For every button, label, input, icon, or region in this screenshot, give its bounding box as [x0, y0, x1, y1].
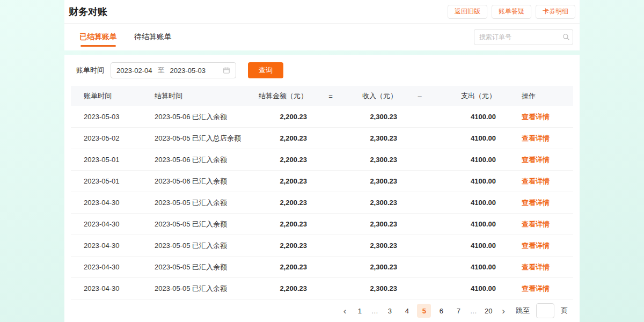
- bill-date-cell: 2023-04-30: [71, 241, 151, 250]
- settle-amount-cell: 2,200.23: [259, 113, 307, 121]
- view-detail-link[interactable]: 查看详情: [522, 134, 550, 142]
- column-header-settle-time: 结算时间: [151, 91, 259, 101]
- page-button-3[interactable]: 3: [383, 304, 397, 318]
- page-ellipsis: …: [370, 307, 379, 315]
- tab-unsettled-bills-label: 待结算账单: [134, 32, 172, 42]
- table-row: 2023-04-30 2023-05-05 已汇入余额 2,200.23 2,3…: [71, 278, 573, 299]
- income-cell: 2,300.23: [354, 241, 397, 250]
- settle-amount-cell: 2,200.23: [259, 241, 307, 250]
- tab-bar: 已结算账单 待结算账单: [64, 24, 580, 50]
- filter-row: 账单时间 2023-02-04 至 2023-05-03 查询: [71, 62, 573, 78]
- table-row: 2023-05-02 2023-05-05 已汇入总店余额 2,200.23 2…: [71, 128, 573, 149]
- column-header-equals-sign: =: [307, 92, 354, 100]
- settle-amount-cell: 2,200.23: [259, 134, 307, 142]
- expense-cell: 4100.00: [442, 263, 496, 271]
- card-coupon-detail-button[interactable]: 卡券明细: [536, 5, 575, 19]
- settle-time-cell: 2023-05-06 已汇入余额: [151, 177, 259, 186]
- jump-page-input[interactable]: [536, 303, 554, 318]
- table-row: 2023-04-30 2023-05-05 已汇入余额 2,200.23 2,3…: [71, 214, 573, 235]
- table-row: 2023-05-01 2023-05-06 已汇入余额 2,200.23 2,3…: [71, 149, 573, 171]
- search-input[interactable]: [479, 33, 562, 41]
- page-button-7[interactable]: 7: [451, 304, 465, 318]
- expense-cell: 4100.00: [442, 134, 496, 142]
- income-cell: 2,300.23: [354, 156, 397, 164]
- tab-settled-bills[interactable]: 已结算账单: [79, 24, 117, 50]
- page-unit-label: 页: [561, 306, 568, 316]
- calendar-icon: [223, 67, 230, 74]
- column-header-actions: 操作: [496, 91, 573, 101]
- page-button-4[interactable]: 4: [400, 304, 414, 318]
- income-cell: 2,300.23: [354, 134, 397, 142]
- bill-date-cell: 2023-05-03: [71, 113, 151, 121]
- tab-unsettled-bills[interactable]: 待结算账单: [134, 24, 172, 50]
- tab-settled-bills-label: 已结算账单: [79, 32, 117, 42]
- page-list: 1…34567…20: [353, 304, 495, 318]
- expense-cell: 4100.00: [442, 177, 496, 185]
- expense-cell: 4100.00: [442, 220, 496, 228]
- page-button-1[interactable]: 1: [353, 304, 367, 318]
- settle-time-cell: 2023-05-06 已汇入余额: [151, 112, 259, 122]
- table-row: 2023-05-03 2023-05-06 已汇入余额 2,200.23 2,3…: [71, 106, 573, 128]
- bill-date-cell: 2023-05-01: [71, 177, 151, 185]
- query-button[interactable]: 查询: [248, 62, 283, 78]
- view-detail-link[interactable]: 查看详情: [522, 241, 550, 250]
- income-cell: 2,300.23: [354, 263, 397, 271]
- search-icon[interactable]: [562, 33, 570, 41]
- view-detail-link[interactable]: 查看详情: [522, 263, 550, 271]
- bill-date-cell: 2023-04-30: [71, 199, 151, 207]
- tabs: 已结算账单 待结算账单: [79, 24, 172, 50]
- date-range-picker[interactable]: 2023-02-04 至 2023-05-03: [111, 62, 236, 78]
- settle-amount-cell: 2,200.23: [259, 284, 307, 292]
- bill-date-cell: 2023-05-01: [71, 156, 151, 164]
- header-actions: 返回旧版 账单答疑 卡券明细: [448, 5, 575, 19]
- header: 财务对账 返回旧版 账单答疑 卡券明细: [64, 0, 580, 24]
- view-detail-link[interactable]: 查看详情: [522, 177, 550, 185]
- view-detail-link[interactable]: 查看详情: [522, 284, 550, 292]
- next-page-button[interactable]: ›: [499, 306, 508, 316]
- settled-bills-panel: 账单时间 2023-02-04 至 2023-05-03 查询 账单时间: [64, 55, 580, 322]
- bills-table: 账单时间 结算时间 结算金额（元） = 收入（元） – 支出（元） 操作 202…: [71, 86, 573, 299]
- income-cell: 2,300.23: [354, 220, 397, 228]
- bill-date-cell: 2023-04-30: [71, 263, 151, 271]
- settle-amount-cell: 2,200.23: [259, 156, 307, 164]
- income-cell: 2,300.23: [354, 284, 397, 292]
- page-button-20[interactable]: 20: [481, 304, 495, 318]
- settle-time-cell: 2023-05-05 已汇入总店余额: [151, 134, 259, 143]
- expense-cell: 4100.00: [442, 156, 496, 164]
- table-row: 2023-04-30 2023-05-05 已汇入余额 2,200.23 2,3…: [71, 235, 573, 257]
- table-row: 2023-05-01 2023-05-06 已汇入余额 2,200.23 2,3…: [71, 171, 573, 192]
- table-header-row: 账单时间 结算时间 结算金额（元） = 收入（元） – 支出（元） 操作: [71, 86, 573, 106]
- settle-time-cell: 2023-05-05 已汇入余额: [151, 219, 259, 229]
- bill-faq-button[interactable]: 账单答疑: [492, 5, 531, 19]
- settle-time-cell: 2023-05-05 已汇入余额: [151, 241, 259, 251]
- back-to-old-version-button[interactable]: 返回旧版: [448, 5, 487, 19]
- expense-cell: 4100.00: [442, 241, 496, 250]
- settle-time-cell: 2023-05-06 已汇入余额: [151, 155, 259, 165]
- order-search-box: [474, 29, 573, 45]
- table-body: 2023-05-03 2023-05-06 已汇入余额 2,200.23 2,3…: [71, 106, 573, 299]
- column-header-minus-sign: –: [397, 92, 442, 100]
- settle-time-cell: 2023-05-05 已汇入余额: [151, 198, 259, 208]
- view-detail-link[interactable]: 查看详情: [522, 199, 550, 207]
- income-cell: 2,300.23: [354, 199, 397, 207]
- bill-date-cell: 2023-04-30: [71, 220, 151, 228]
- expense-cell: 4100.00: [442, 284, 496, 292]
- pagination: ‹ 1…34567…20 › 跳至 页: [71, 299, 573, 322]
- settle-amount-cell: 2,200.23: [259, 263, 307, 271]
- settle-amount-cell: 2,200.23: [259, 220, 307, 228]
- column-header-bill-date: 账单时间: [71, 91, 151, 101]
- settle-amount-cell: 2,200.23: [259, 199, 307, 207]
- view-detail-link[interactable]: 查看详情: [522, 113, 550, 121]
- table-row: 2023-04-30 2023-05-05 已汇入余额 2,200.23 2,3…: [71, 192, 573, 214]
- view-detail-link[interactable]: 查看详情: [522, 220, 550, 228]
- settle-time-cell: 2023-05-05 已汇入余额: [151, 284, 259, 294]
- expense-cell: 4100.00: [442, 113, 496, 121]
- end-date-value: 2023-05-03: [170, 67, 206, 75]
- column-header-settle-amount: 结算金额（元）: [259, 91, 307, 101]
- start-date-value: 2023-02-04: [116, 67, 152, 75]
- page-button-5[interactable]: 5: [417, 304, 431, 318]
- prev-page-button[interactable]: ‹: [340, 306, 350, 316]
- jump-to-label: 跳至: [516, 306, 530, 316]
- view-detail-link[interactable]: 查看详情: [522, 156, 550, 164]
- page-button-6[interactable]: 6: [434, 304, 448, 318]
